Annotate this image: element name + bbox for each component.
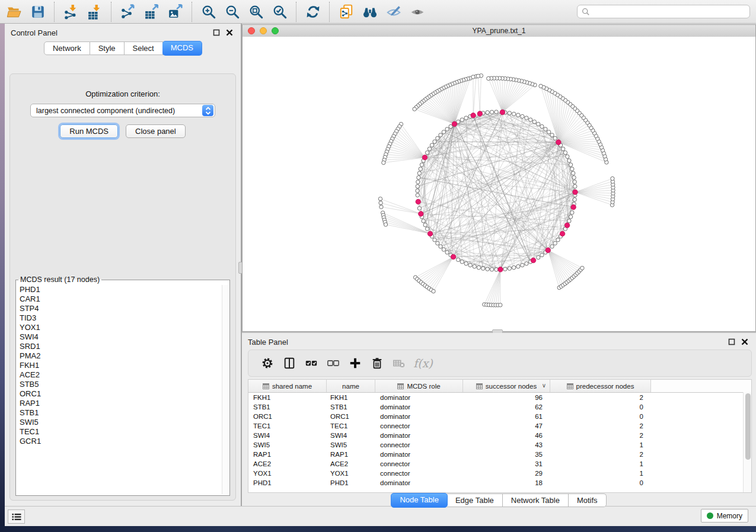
graph-hub-node[interactable] (452, 121, 457, 127)
graph-node[interactable] (416, 180, 420, 184)
graph-node[interactable] (570, 211, 574, 214)
mcds-result-item[interactable]: ACE2 (16, 370, 222, 380)
import-table-button[interactable] (83, 1, 107, 23)
graph-node[interactable] (495, 268, 498, 271)
graph-leaf-node[interactable] (413, 107, 416, 111)
mcds-result-item[interactable]: TID3 (16, 313, 222, 323)
graph-hub-node[interactable] (428, 231, 433, 236)
network-canvas[interactable] (243, 37, 755, 331)
graph-node[interactable] (567, 219, 571, 223)
show-all-button[interactable] (406, 1, 429, 23)
graph-hub-node[interactable] (573, 190, 578, 195)
tab-mcds[interactable]: MCDS (162, 41, 202, 56)
tab-network-table[interactable]: Network Table (503, 493, 569, 507)
export-image-button[interactable] (164, 1, 187, 23)
graph-node[interactable] (420, 163, 423, 166)
graph-node[interactable] (449, 124, 452, 128)
hide-selected-button[interactable] (382, 1, 406, 23)
delete-table-button-disabled[interactable] (388, 352, 410, 374)
mcds-result-item[interactable]: STP4 (16, 304, 222, 313)
close-panel-button[interactable] (224, 28, 235, 37)
zoom-in-button[interactable] (197, 1, 221, 23)
graph-leaf-node[interactable] (379, 205, 383, 209)
graph-node[interactable] (573, 184, 577, 188)
graph-leaf-node[interactable] (499, 303, 502, 307)
graph-node[interactable] (464, 116, 468, 120)
clone-network-button[interactable] (334, 1, 358, 23)
mcds-result-item[interactable]: PHD1 (16, 285, 222, 294)
float-table-panel-button[interactable] (726, 337, 737, 347)
graph-node[interactable] (445, 251, 449, 254)
deselect-all-columns-button[interactable] (322, 352, 344, 374)
graph-node[interactable] (573, 180, 576, 184)
table-row[interactable]: SWI4SWI4dominator462 (248, 431, 751, 440)
graph-hub-node[interactable] (422, 155, 428, 160)
graph-node[interactable] (417, 206, 421, 210)
graph-node[interactable] (561, 147, 564, 150)
graph-leaf-node[interactable] (487, 76, 490, 80)
criterion-select[interactable]: largest connected component (undirected) (30, 104, 215, 117)
graph-hub-node[interactable] (498, 267, 503, 273)
graph-hub-node[interactable] (471, 113, 476, 118)
table-row[interactable]: STB1STB1dominator620 (248, 402, 751, 412)
zoom-selected-button[interactable] (268, 1, 292, 23)
delete-column-button[interactable] (366, 352, 388, 374)
table-scrollbar[interactable] (743, 392, 751, 492)
graph-node[interactable] (569, 215, 572, 219)
graph-node[interactable] (442, 130, 445, 134)
mcds-result-item[interactable]: TEC1 (16, 427, 222, 437)
graph-hub-node[interactable] (451, 254, 456, 259)
graph-leaf-node[interactable] (378, 197, 382, 200)
graph-node[interactable] (532, 120, 536, 123)
search-field[interactable] (577, 5, 750, 18)
graph-hub-node[interactable] (477, 111, 483, 117)
graph-node[interactable] (464, 262, 468, 265)
graph-leaf-node[interactable] (379, 201, 382, 204)
graph-node[interactable] (416, 184, 419, 188)
graph-node[interactable] (460, 260, 464, 264)
mcds-result-item[interactable]: PMA2 (16, 351, 222, 361)
close-panel-button-mcds[interactable]: Close panel (126, 124, 186, 138)
tab-edge-table[interactable]: Edge Table (447, 493, 503, 507)
table-row[interactable]: ACE2ACE2connector311 (248, 459, 751, 469)
column-header-predecessor-nodes[interactable]: predecessor nodes (550, 380, 651, 392)
mcds-result-item[interactable]: STB1 (16, 408, 222, 418)
graph-node[interactable] (417, 176, 420, 180)
graph-node[interactable] (417, 171, 421, 175)
graph-node[interactable] (553, 136, 557, 140)
graph-node[interactable] (547, 130, 550, 134)
column-header-MCDS-role[interactable]: MCDS role (375, 380, 463, 392)
graph-node[interactable] (439, 133, 442, 137)
mcds-result-item[interactable]: SWI4 (16, 332, 222, 342)
graph-hub-node[interactable] (500, 110, 505, 115)
graph-leaf-node[interactable] (432, 289, 435, 293)
graph-node[interactable] (425, 227, 429, 230)
graph-leaf-node[interactable] (580, 266, 584, 270)
graph-node[interactable] (439, 245, 442, 248)
graph-node[interactable] (481, 267, 485, 270)
close-table-panel-button[interactable] (739, 337, 750, 347)
graph-leaf-node[interactable] (539, 84, 543, 88)
refresh-button[interactable] (301, 1, 325, 23)
graph-node[interactable] (550, 245, 554, 248)
graph-node[interactable] (456, 258, 460, 261)
graph-node[interactable] (473, 265, 476, 268)
graph-node[interactable] (433, 238, 436, 242)
graph-hub-node[interactable] (564, 223, 570, 228)
graph-node[interactable] (490, 110, 493, 114)
mcds-list-scrollbar[interactable] (222, 285, 229, 494)
column-header-shared-name[interactable]: shared name (248, 380, 327, 392)
graph-node[interactable] (430, 143, 433, 147)
graph-leaf-node[interactable] (471, 75, 475, 79)
graph-node[interactable] (556, 238, 560, 242)
first-neighbors-button[interactable] (358, 1, 382, 23)
tab-motifs[interactable]: Motifs (569, 493, 607, 507)
select-all-columns-button[interactable] (300, 352, 322, 374)
table-row[interactable]: TEC1TEC1connector472 (248, 421, 751, 431)
graph-hub-node[interactable] (556, 140, 562, 145)
graph-hub-node[interactable] (531, 258, 536, 263)
function-builder-button-disabled[interactable]: f(x) (410, 352, 434, 374)
mcds-result-item[interactable]: GCR1 (16, 437, 222, 446)
graph-node[interactable] (428, 147, 431, 150)
table-settings-button[interactable] (256, 352, 278, 374)
